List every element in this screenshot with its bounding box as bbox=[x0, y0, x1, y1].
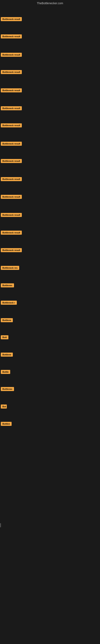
bottleneck-badge[interactable]: Bottleneck result bbox=[1, 195, 22, 199]
bottleneck-badge[interactable]: Bottleneck result bbox=[1, 34, 22, 38]
bottleneck-item[interactable]: Bottleneck result bbox=[1, 34, 22, 39]
bottleneck-badge[interactable]: Bottleneck result bbox=[1, 53, 22, 57]
bottleneck-badge[interactable]: Bott bbox=[1, 335, 8, 339]
bottleneck-item[interactable]: Bottlenec bbox=[1, 387, 14, 392]
bottleneck-badge[interactable]: Bottlenec bbox=[1, 283, 14, 288]
bottleneck-item[interactable]: Bottleneck result bbox=[1, 88, 22, 93]
bottleneck-badge[interactable]: Bottleneck r bbox=[1, 301, 17, 305]
bottleneck-item[interactable]: Bottle bbox=[1, 370, 10, 375]
bottleneck-badge[interactable]: Bottleneck result bbox=[1, 106, 22, 110]
bottleneck-badge[interactable]: Bottleneck result bbox=[1, 248, 22, 252]
bottleneck-badge[interactable]: Bottleneck result bbox=[1, 17, 22, 21]
bottleneck-item[interactable]: Bottleneck res bbox=[1, 266, 19, 271]
bottleneck-badge[interactable]: Bottleneck result bbox=[1, 123, 22, 128]
bottleneck-badge[interactable]: Bottleneck result bbox=[1, 142, 22, 146]
bottleneck-item[interactable]: Bottlene bbox=[1, 318, 13, 323]
bottleneck-item[interactable]: Bottleneck result bbox=[1, 195, 22, 200]
bottleneck-item[interactable]: Bottleneck result bbox=[1, 213, 22, 218]
bottleneck-item[interactable]: Bottleneck r bbox=[1, 301, 17, 306]
site-header: TheBottlenecker.com bbox=[0, 0, 100, 6]
bottleneck-badge[interactable]: Bottleneck result bbox=[1, 70, 22, 74]
bottleneck-item[interactable]: Bottlen bbox=[1, 422, 12, 427]
bottleneck-item[interactable]: Bottleneck result bbox=[1, 106, 22, 111]
cursor-indicator bbox=[0, 523, 1, 527]
bottleneck-item[interactable]: Bottleneck result bbox=[1, 248, 22, 253]
bottleneck-item[interactable]: Bottleneck result bbox=[1, 17, 22, 22]
bottleneck-badge[interactable]: Bottle bbox=[1, 370, 10, 374]
bottleneck-item[interactable]: Bottleneck result bbox=[1, 123, 22, 128]
bottleneck-item[interactable]: Bottlenec bbox=[1, 283, 14, 288]
bottleneck-badge[interactable]: Bottleneck result bbox=[1, 177, 22, 181]
bottleneck-badge[interactable]: Bottleneck result bbox=[1, 231, 22, 235]
bottleneck-badge[interactable]: Bottlene bbox=[1, 318, 13, 322]
bottleneck-item[interactable]: Bott bbox=[1, 335, 8, 340]
bottleneck-badge[interactable]: Bottleneck res bbox=[1, 266, 19, 270]
bottleneck-item[interactable]: Bottleneck result bbox=[1, 177, 22, 182]
bottleneck-badge[interactable]: Bot bbox=[1, 404, 7, 408]
bottleneck-badge[interactable]: Bottleneck result bbox=[1, 213, 22, 217]
bottleneck-badge[interactable]: Bottlen bbox=[1, 422, 12, 426]
bottleneck-badge[interactable]: Bottleneck result bbox=[1, 159, 22, 163]
bottleneck-item[interactable]: Bot bbox=[1, 404, 7, 409]
bottleneck-badge[interactable]: Bottlene bbox=[1, 352, 13, 356]
bottleneck-item[interactable]: Bottleneck result bbox=[1, 231, 22, 236]
bottleneck-badge[interactable]: Bottlenec bbox=[1, 387, 14, 391]
bottleneck-badge[interactable]: Bottleneck result bbox=[1, 88, 22, 92]
bottleneck-item[interactable]: Bottleneck result bbox=[1, 142, 22, 146]
site-title: TheBottlenecker.com bbox=[37, 2, 63, 5]
bottleneck-item[interactable]: Bottleneck result bbox=[1, 70, 22, 75]
bottleneck-item[interactable]: Bottlene bbox=[1, 352, 13, 358]
bottleneck-item[interactable]: Bottleneck result bbox=[1, 53, 22, 58]
items-container: Bottleneck resultBottleneck resultBottle… bbox=[0, 6, 100, 644]
bottleneck-item[interactable]: Bottleneck result bbox=[1, 159, 22, 164]
